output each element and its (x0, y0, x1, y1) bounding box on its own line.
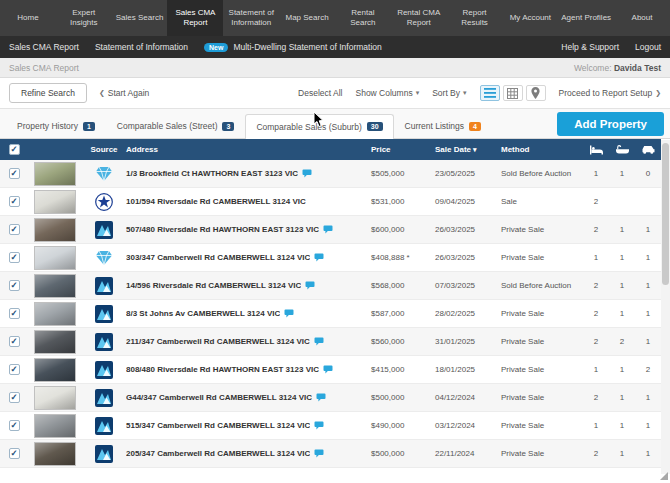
grid-view-button[interactable] (503, 85, 523, 101)
subnav-link[interactable]: Statement of Information (95, 42, 188, 52)
comment-icon[interactable] (284, 309, 294, 318)
select-all-checkbox[interactable]: ✓ (9, 144, 20, 155)
vertical-scrollbar[interactable] (661, 140, 670, 474)
deselect-all-button[interactable]: Deselect All (298, 88, 342, 98)
sale-date-sort-header[interactable]: Sale Date ▾ (435, 145, 501, 154)
property-photo[interactable] (34, 162, 76, 186)
row-checkbox[interactable]: ✓ (9, 224, 20, 235)
property-photo[interactable] (34, 190, 76, 214)
row-checkbox[interactable]: ✓ (9, 252, 20, 263)
price-cell: $415,000 (371, 365, 435, 374)
topnav-item[interactable]: My Account (502, 0, 558, 36)
beds-cell: 2 (583, 337, 609, 346)
address-link[interactable]: 808/480 Riversdale Rd HAWTHORN EAST 3123… (126, 365, 319, 374)
baths-cell: 1 (609, 365, 635, 374)
comment-icon[interactable] (316, 393, 326, 402)
sale-date-cell: 23/05/2025 (435, 169, 501, 178)
topnav-item[interactable]: Statement of Information (223, 0, 279, 36)
row-checkbox[interactable]: ✓ (9, 196, 20, 207)
show-columns-dropdown[interactable]: Show Columns ▾ (355, 88, 419, 98)
topnav-item[interactable]: Rental CMA Report (391, 0, 447, 36)
address-link[interactable]: 8/3 St Johns Av CAMBERWELL 3124 VIC (126, 309, 280, 318)
property-photo[interactable] (34, 358, 76, 382)
subnav-link[interactable]: Sales CMA Report (9, 42, 79, 52)
property-photo[interactable] (34, 330, 76, 354)
address-link[interactable]: 515/347 Camberwell Rd CAMBERWELL 3124 VI… (126, 421, 310, 430)
cars-cell: 1 (635, 337, 661, 346)
baths-cell: 1 (609, 309, 635, 318)
resize-grip[interactable] (660, 472, 668, 480)
row-checkbox[interactable]: ✓ (9, 448, 20, 459)
address-link[interactable]: 507/480 Riversdale Rd HAWTHORN EAST 3123… (126, 225, 319, 234)
comment-icon[interactable] (302, 169, 312, 178)
address-link[interactable]: 14/596 Riversdale Rd CAMBERWELL 3124 VIC (126, 281, 301, 290)
comment-icon[interactable] (314, 449, 324, 458)
proceed-to-report-setup-button[interactable]: Proceed to Report Setup ❯ (559, 88, 661, 98)
topnav-item[interactable]: Sales CMA Report (167, 0, 223, 36)
map-view-button[interactable] (526, 85, 546, 101)
tab-label: Comparable Sales (Suburb) (256, 122, 361, 132)
row-checkbox[interactable]: ✓ (9, 392, 20, 403)
comment-icon[interactable] (314, 421, 324, 430)
sort-by-dropdown[interactable]: Sort By ▾ (432, 88, 466, 98)
sale-date-cell: 07/03/2025 (435, 281, 501, 290)
property-photo[interactable] (34, 218, 76, 242)
start-again-button[interactable]: ❮ Start Again (99, 88, 149, 98)
baths-column-header (609, 145, 635, 155)
chevron-right-icon: ❯ (655, 89, 661, 97)
add-property-button[interactable]: Add Property (557, 112, 664, 136)
sale-date-cell: 28/02/2025 (435, 309, 501, 318)
sort-caret-down-icon: ▾ (473, 146, 477, 154)
address-link[interactable]: 205/347 Camberwell Rd CAMBERWELL 3124 VI… (126, 449, 310, 458)
source-logo-view-icon (95, 305, 113, 323)
property-photo[interactable] (34, 386, 76, 410)
row-checkbox[interactable]: ✓ (9, 308, 20, 319)
row-checkbox[interactable]: ✓ (9, 364, 20, 375)
property-photo[interactable] (34, 442, 76, 466)
topnav-item[interactable]: Expert Insights (56, 0, 112, 36)
row-checkbox[interactable]: ✓ (9, 336, 20, 347)
source-logo-view-icon (95, 417, 113, 435)
comment-icon[interactable] (305, 281, 315, 290)
cars-cell: 1 (635, 393, 661, 402)
tab-count-badge: 1 (83, 122, 95, 131)
comment-icon[interactable] (323, 225, 333, 234)
row-checkbox[interactable]: ✓ (9, 168, 20, 179)
tab[interactable]: Comparable Sales (Street) 3 (106, 113, 246, 138)
price-cell: $587,000 (371, 309, 435, 318)
topnav-item[interactable]: About (614, 0, 670, 36)
topnav-item[interactable]: Rental Search (335, 0, 391, 36)
property-photo[interactable] (34, 414, 76, 438)
topnav-item[interactable]: Report Results (447, 0, 503, 36)
topnav-item[interactable]: Agent Profiles (558, 0, 614, 36)
property-photo[interactable] (34, 302, 76, 326)
address-link[interactable]: G44/347 Camberwell Rd CAMBERWELL 3124 VI… (126, 393, 312, 402)
topnav-item[interactable]: Map Search (279, 0, 335, 36)
property-photo[interactable] (34, 246, 76, 270)
row-checkbox[interactable]: ✓ (9, 420, 20, 431)
address-link[interactable]: 1/3 Brookfield Ct HAWTHORN EAST 3123 VIC (126, 169, 298, 178)
topnav-item-label: Agent Profiles (561, 13, 611, 23)
comment-icon[interactable] (314, 253, 324, 262)
property-photo[interactable] (34, 274, 76, 298)
tab[interactable]: Property History 1 (6, 113, 106, 138)
source-column-header: Source (82, 145, 126, 154)
subnav-utility-link[interactable]: Logout (635, 42, 661, 52)
address-link[interactable]: 211/347 Camberwell Rd CAMBERWELL 3124 VI… (126, 337, 310, 346)
address-link[interactable]: 303/347 Camberwell Rd CAMBERWELL 3124 VI… (126, 253, 310, 262)
topnav-item[interactable]: Home (0, 0, 56, 36)
subnav-link[interactable]: New Multi-Dwelling Statement of Informat… (204, 42, 382, 52)
row-checkbox[interactable]: ✓ (9, 280, 20, 291)
tab[interactable]: Current Listings 4 (394, 113, 492, 138)
scrollbar-thumb[interactable] (662, 143, 669, 285)
address-link[interactable]: 101/594 Riversdale Rd CAMBERWELL 3124 VI… (126, 197, 306, 206)
tab[interactable]: Comparable Sales (Suburb) 30 (245, 114, 393, 139)
beds-cell: 1 (583, 169, 609, 178)
list-view-button[interactable] (480, 85, 500, 101)
table-body: ✓ 1/3 Brookfield Ct HAWTHORN EAST 3123 V… (0, 160, 661, 468)
topnav-item[interactable]: Sales Search (112, 0, 168, 36)
comment-icon[interactable] (314, 337, 324, 346)
refine-search-button[interactable]: Refine Search (9, 83, 87, 103)
comment-icon[interactable] (323, 365, 333, 374)
subnav-utility-link[interactable]: Help & Support (561, 42, 619, 52)
